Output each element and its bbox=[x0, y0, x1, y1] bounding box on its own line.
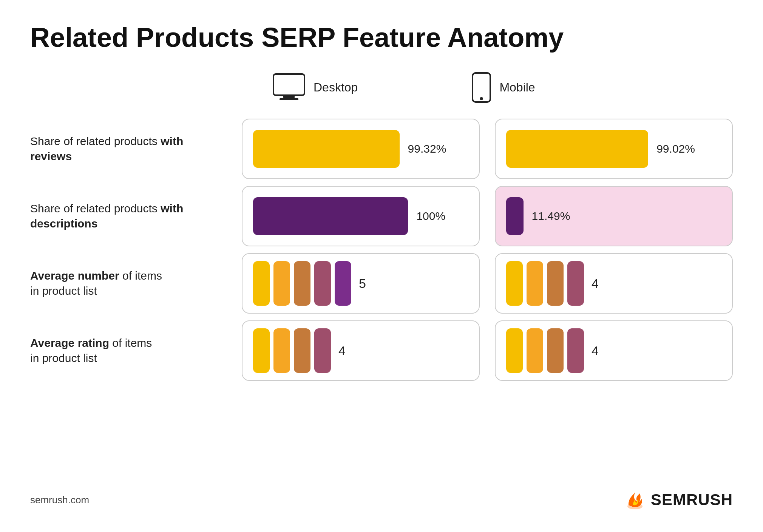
data-grid: Share of related products with reviews99… bbox=[30, 119, 733, 479]
col-label-desktop-avg-items: 5 bbox=[359, 276, 366, 291]
col-desktop-avg-rating-2 bbox=[294, 328, 310, 373]
svg-rect-0 bbox=[273, 74, 304, 95]
semrush-brand: SEMRUSH bbox=[651, 491, 733, 509]
cols-mobile-avg-rating bbox=[506, 328, 584, 373]
data-row-reviews: Share of related products with reviews99… bbox=[30, 119, 733, 179]
bar-label-desktop-descriptions: 100% bbox=[416, 210, 445, 223]
col-desktop-avg-rating-0 bbox=[253, 328, 270, 373]
footer: semrush.com SEMRUSH bbox=[30, 490, 733, 509]
cols-desktop-avg-items bbox=[253, 261, 351, 306]
data-row-avg-items: Average number of itemsin product list54 bbox=[30, 253, 733, 314]
bar-desktop-reviews bbox=[253, 130, 400, 168]
legend-row: Desktop Mobile bbox=[30, 71, 733, 104]
chart-mobile-descriptions: 11.49% bbox=[495, 186, 733, 246]
bar-label-mobile-descriptions: 11.49% bbox=[532, 210, 570, 223]
desktop-label: Desktop bbox=[314, 80, 358, 94]
col-desktop-avg-rating-3 bbox=[314, 328, 331, 373]
col-mobile-avg-rating-3 bbox=[567, 328, 584, 373]
data-row-avg-rating: Average rating of itemsin product list44 bbox=[30, 320, 733, 381]
data-row-descriptions: Share of related products with descripti… bbox=[30, 186, 733, 246]
semrush-logo: SEMRUSH bbox=[625, 490, 733, 509]
col-desktop-avg-rating-1 bbox=[273, 328, 290, 373]
row-label-reviews: Share of related products with reviews bbox=[30, 134, 227, 164]
bar-label-mobile-reviews: 99.02% bbox=[656, 142, 695, 155]
col-mobile-avg-items-1 bbox=[527, 261, 543, 306]
chart-desktop-avg-rating: 4 bbox=[242, 320, 480, 381]
svg-point-4 bbox=[480, 97, 483, 100]
bar-label-desktop-reviews: 99.32% bbox=[408, 142, 446, 155]
mobile-label: Mobile bbox=[499, 80, 535, 94]
col-mobile-avg-items-2 bbox=[547, 261, 564, 306]
page-title: Related Products SERP Feature Anatomy bbox=[30, 23, 733, 53]
bar-mobile-descriptions bbox=[506, 197, 524, 235]
footer-domain: semrush.com bbox=[30, 494, 89, 506]
svg-rect-2 bbox=[280, 98, 298, 100]
chart-desktop-avg-items: 5 bbox=[242, 253, 480, 314]
col-mobile-avg-rating-2 bbox=[547, 328, 564, 373]
chart-mobile-avg-rating: 4 bbox=[495, 320, 733, 381]
col-label-desktop-avg-rating: 4 bbox=[338, 343, 346, 358]
mobile-icon bbox=[471, 71, 492, 104]
bar-desktop-descriptions bbox=[253, 197, 408, 235]
row-label-avg-rating: Average rating of itemsin product list bbox=[30, 336, 227, 366]
col-desktop-avg-items-3 bbox=[314, 261, 331, 306]
mobile-legend: Mobile bbox=[471, 71, 535, 104]
col-mobile-avg-rating-1 bbox=[527, 328, 543, 373]
row-label-descriptions: Share of related products with descripti… bbox=[30, 201, 227, 232]
semrush-flame-icon bbox=[625, 490, 646, 509]
chart-mobile-reviews: 99.02% bbox=[495, 119, 733, 179]
row-label-avg-items: Average number of itemsin product list bbox=[30, 268, 227, 299]
col-mobile-avg-items-3 bbox=[567, 261, 584, 306]
col-mobile-avg-items-0 bbox=[506, 261, 523, 306]
col-desktop-avg-items-2 bbox=[294, 261, 310, 306]
col-desktop-avg-items-4 bbox=[335, 261, 351, 306]
col-label-mobile-avg-rating: 4 bbox=[592, 343, 599, 358]
chart-mobile-avg-items: 4 bbox=[495, 253, 733, 314]
desktop-icon bbox=[272, 73, 306, 103]
col-label-mobile-avg-items: 4 bbox=[592, 276, 599, 291]
cols-mobile-avg-items bbox=[506, 261, 584, 306]
col-mobile-avg-rating-0 bbox=[506, 328, 523, 373]
col-desktop-avg-items-0 bbox=[253, 261, 270, 306]
page-container: Related Products SERP Feature Anatomy De… bbox=[0, 0, 763, 532]
chart-desktop-reviews: 99.32% bbox=[242, 119, 480, 179]
bar-mobile-reviews bbox=[506, 130, 648, 168]
chart-desktop-descriptions: 100% bbox=[242, 186, 480, 246]
svg-rect-1 bbox=[283, 95, 295, 98]
col-desktop-avg-items-1 bbox=[273, 261, 290, 306]
cols-desktop-avg-rating bbox=[253, 328, 331, 373]
desktop-legend: Desktop bbox=[272, 73, 358, 103]
